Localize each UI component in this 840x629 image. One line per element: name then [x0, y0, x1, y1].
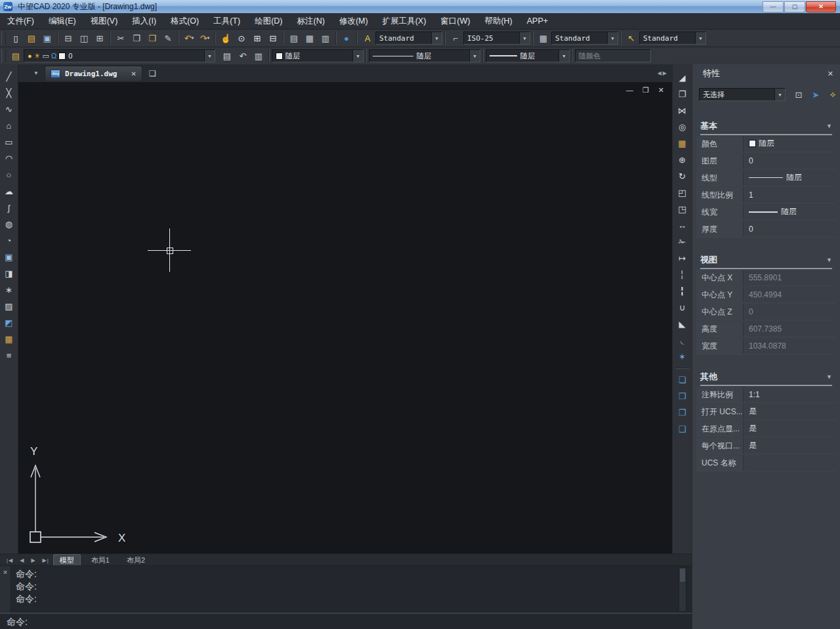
layer-previous-button[interactable]: ↶ [235, 48, 251, 64]
window-minimize-button[interactable]: — [763, 1, 784, 12]
save-button[interactable]: ▣ [39, 30, 55, 46]
offset-button[interactable]: ◎ [675, 119, 690, 135]
section-basic-collapse-icon[interactable]: ▼ [826, 123, 832, 129]
zoom-window-button[interactable]: ⊞ [249, 30, 265, 46]
section-basic[interactable]: 基本 ▼ [700, 118, 832, 135]
selection-filter-dropdown-arrow[interactable]: ▼ [774, 89, 785, 100]
menu-item-0[interactable]: 文件(F) [0, 13, 41, 29]
properties-close-icon[interactable]: ✕ [828, 70, 833, 78]
lengthen-button[interactable]: ↔ [675, 217, 690, 233]
tab-layout2[interactable]: 布局2 [120, 554, 152, 567]
plot-preview-button[interactable]: ◫ [76, 30, 92, 46]
tab-layout1[interactable]: 布局1 [85, 554, 116, 567]
send-under-objects-button[interactable]: ❑ [675, 421, 690, 437]
line-button[interactable]: ╱ [1, 68, 17, 84]
prop-value[interactable]: 607.7385 [744, 324, 782, 334]
redo-dropdown-arrow[interactable]: ▾ [207, 35, 210, 41]
prop-value[interactable]: 随层 [744, 206, 797, 217]
window-maximize-button[interactable]: ▢ [784, 1, 805, 12]
tab-model[interactable]: 模型 [53, 554, 81, 567]
menu-item-4[interactable]: 格式(O) [163, 13, 206, 29]
arc-button[interactable]: ◠ [1, 150, 17, 166]
rotate-button[interactable]: ↻ [675, 168, 690, 184]
document-tab-close-icon[interactable]: ✕ [131, 70, 136, 77]
linetype-dropdown-arrow[interactable]: ▼ [469, 50, 480, 62]
prop-value[interactable]: 是 [744, 406, 757, 417]
chamfer-button[interactable]: ◣ [675, 316, 690, 332]
toolbar-grip[interactable] [1, 49, 6, 62]
extend-button[interactable]: ↦ [675, 250, 690, 266]
command-input[interactable]: 命令: [7, 617, 28, 628]
match-properties-button[interactable]: ✎ [160, 30, 176, 46]
cut-button[interactable]: ✂ [113, 30, 129, 46]
menu-item-5[interactable]: 工具(T) [206, 13, 247, 29]
properties-palette-button[interactable]: ▤ [286, 30, 302, 46]
move-button[interactable]: ⊕ [675, 152, 690, 167]
layer-dropdown-arrow[interactable]: ▼ [204, 50, 215, 62]
menu-item-1[interactable]: 编辑(E) [41, 13, 83, 29]
bring-above-objects-button[interactable]: ❐ [675, 404, 690, 420]
section-view[interactable]: 视图 ▼ [700, 252, 832, 269]
select-objects-button[interactable]: ➤ [808, 87, 824, 102]
table-button[interactable]: ▦ [1, 331, 17, 347]
open-folder-button[interactable]: ▤ [24, 30, 39, 46]
polygon-button[interactable]: ⌂ [1, 118, 17, 133]
zoom-realtime-button[interactable]: ⊙ [234, 30, 249, 46]
prop-value[interactable]: 450.4994 [744, 290, 782, 299]
drawing-canvas[interactable]: — ❐ ✕ Y X [18, 82, 672, 553]
new-file-button[interactable]: ▯ [8, 30, 24, 46]
layout-nav-next-icon[interactable]: ▶ [31, 557, 35, 563]
prop-value[interactable]: 1034.0878 [744, 341, 786, 351]
scale-button[interactable]: ◰ [675, 184, 690, 200]
revision-cloud-button[interactable]: ☁ [1, 183, 17, 199]
mleader-style-select[interactable]: Standard ▼ [639, 32, 706, 45]
mleader-style-button[interactable]: ↖ [623, 30, 639, 46]
document-restore-button[interactable]: ❐ [642, 87, 649, 94]
prop-value[interactable]: 0 [744, 156, 753, 165]
section-other-collapse-icon[interactable]: ▼ [826, 374, 832, 380]
copy-object-button[interactable]: ❐ [675, 86, 690, 102]
break-button[interactable]: ╏ [675, 283, 690, 299]
text-style-select[interactable]: Standard ▼ [375, 32, 442, 45]
mleader-style-dropdown-arrow[interactable]: ▼ [695, 32, 705, 44]
trim-button[interactable]: ✁ [675, 234, 690, 249]
zwcad-online-button[interactable]: ● [339, 30, 354, 46]
pan-button[interactable]: ☝ [218, 30, 234, 46]
prop-value[interactable]: 1:1 [744, 390, 760, 399]
prop-value[interactable]: 0 [744, 225, 753, 234]
menu-item-2[interactable]: 视图(V) [83, 13, 125, 29]
document-minimize-button[interactable]: — [626, 87, 633, 94]
toolbar-grip[interactable] [1, 32, 6, 45]
dim-style-button[interactable]: ⌐ [448, 30, 463, 46]
layout-nav-first-icon[interactable]: |◀ [7, 557, 13, 563]
section-other[interactable]: 其他 ▼ [700, 369, 832, 386]
array-button[interactable]: ▦ [675, 135, 690, 151]
construction-line-button[interactable]: ╳ [1, 85, 17, 100]
menu-item-7[interactable]: 标注(N) [290, 13, 332, 29]
insert-block-button[interactable]: ▣ [1, 249, 17, 265]
tool-palettes-button[interactable]: ▥ [318, 30, 333, 46]
window-close-button[interactable]: ✕ [806, 1, 836, 12]
command-scrollbar[interactable] [679, 567, 686, 612]
table-style-select[interactable]: Standard ▼ [551, 32, 618, 45]
prop-value[interactable]: 是 [744, 440, 757, 451]
redo-button[interactable]: ↷▾ [197, 30, 213, 46]
text-style-button[interactable]: A [360, 30, 375, 46]
paste-button[interactable]: ❒ [144, 30, 160, 46]
plot-button[interactable]: ⊟ [60, 30, 76, 46]
bring-to-front-button[interactable]: ❏ [675, 372, 690, 387]
prop-value[interactable]: 随层 [744, 138, 774, 149]
document-close-button[interactable]: ✕ [658, 87, 664, 94]
prop-value[interactable]: 555.8901 [744, 273, 782, 282]
send-to-back-button[interactable]: ❒ [675, 388, 690, 404]
circle-button[interactable]: ○ [1, 167, 17, 183]
zoom-previous-button[interactable]: ⊟ [265, 30, 281, 46]
gradient-button[interactable]: ◩ [1, 314, 17, 330]
explode-button[interactable]: ✶ [675, 349, 690, 364]
text-style-dropdown-arrow[interactable]: ▼ [431, 32, 442, 44]
menu-item-8[interactable]: 修改(M) [332, 13, 375, 29]
polyline-button[interactable]: ∿ [1, 101, 17, 117]
prop-value[interactable]: 1 [744, 190, 753, 200]
mtext-button[interactable]: ≡ [1, 347, 17, 363]
layer-manager-button[interactable]: ▤ [8, 48, 24, 64]
